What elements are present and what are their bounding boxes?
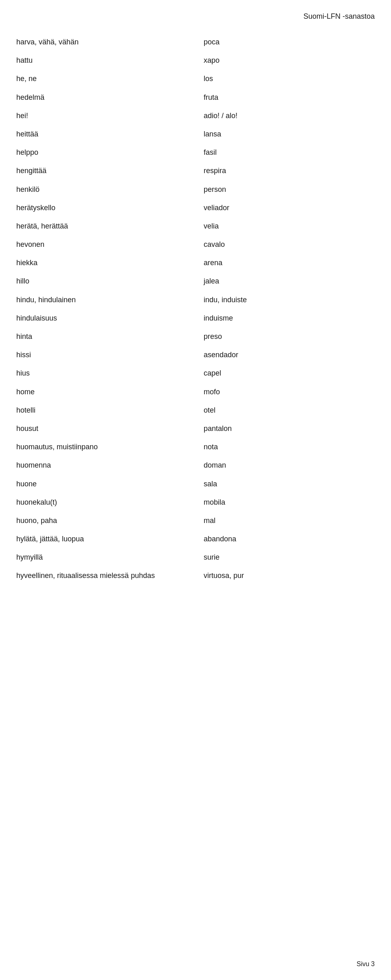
- table-row: hattuxapo: [16, 51, 375, 70]
- lfn-term: sala: [196, 475, 375, 493]
- finnish-term: hengittää: [16, 162, 196, 180]
- finnish-term: huono, paha: [16, 512, 196, 530]
- lfn-term: surie: [196, 548, 375, 567]
- table-row: huonesala: [16, 475, 375, 493]
- lfn-term: respira: [196, 162, 375, 180]
- lfn-term: doman: [196, 456, 375, 475]
- table-row: homemofo: [16, 383, 375, 401]
- lfn-term: lansa: [196, 125, 375, 143]
- lfn-term: capel: [196, 364, 375, 382]
- table-row: hiekkaarena: [16, 254, 375, 272]
- table-row: heittäälansa: [16, 125, 375, 143]
- finnish-term: heittää: [16, 125, 196, 143]
- lfn-term: poca: [196, 33, 375, 51]
- lfn-term: induisme: [196, 309, 375, 327]
- finnish-term: hillo: [16, 272, 196, 290]
- lfn-term: nota: [196, 438, 375, 456]
- lfn-term: preso: [196, 327, 375, 346]
- lfn-term: fasil: [196, 143, 375, 162]
- table-row: hindulaisuusinduisme: [16, 309, 375, 327]
- finnish-term: hylätä, jättää, luopua: [16, 530, 196, 548]
- finnish-term: hedelmä: [16, 88, 196, 107]
- lfn-term: los: [196, 70, 375, 88]
- finnish-term: hymyillä: [16, 548, 196, 567]
- finnish-term: harva, vähä, vähän: [16, 33, 196, 51]
- lfn-term: adio! / alo!: [196, 107, 375, 125]
- lfn-term: asendador: [196, 346, 375, 364]
- finnish-term: huonekalu(t): [16, 493, 196, 512]
- table-row: hevonencavalo: [16, 235, 375, 254]
- table-row: huomennadoman: [16, 456, 375, 475]
- finnish-term: hissi: [16, 346, 196, 364]
- finnish-term: hindu, hindulainen: [16, 291, 196, 309]
- table-row: hedelmäfruta: [16, 88, 375, 107]
- lfn-term: mofo: [196, 383, 375, 401]
- table-row: hindu, hindulainenindu, induiste: [16, 291, 375, 309]
- finnish-term: hattu: [16, 51, 196, 70]
- finnish-term: huone: [16, 475, 196, 493]
- table-row: hiuscapel: [16, 364, 375, 382]
- finnish-term: hevonen: [16, 235, 196, 254]
- table-row: hei!adio! / alo!: [16, 107, 375, 125]
- lfn-term: velia: [196, 217, 375, 235]
- lfn-term: fruta: [196, 88, 375, 107]
- table-row: hengittäärespira: [16, 162, 375, 180]
- table-row: hymyilläsurie: [16, 548, 375, 567]
- finnish-term: hinta: [16, 327, 196, 346]
- lfn-term: arena: [196, 254, 375, 272]
- table-row: henkilöperson: [16, 180, 375, 199]
- table-row: huomautus, muistiinpanonota: [16, 438, 375, 456]
- table-row: herätä, herättäävelia: [16, 217, 375, 235]
- finnish-term: helppo: [16, 143, 196, 162]
- table-row: harva, vähä, vähänpoca: [16, 33, 375, 51]
- table-row: huonekalu(t)mobila: [16, 493, 375, 512]
- lfn-term: veliador: [196, 199, 375, 217]
- vocabulary-table: harva, vähä, vähänpocahattuxapohe, nelos…: [16, 33, 375, 585]
- finnish-term: home: [16, 383, 196, 401]
- lfn-term: mal: [196, 512, 375, 530]
- finnish-term: housut: [16, 420, 196, 438]
- table-row: herätyskelloveliador: [16, 199, 375, 217]
- lfn-term: indu, induiste: [196, 291, 375, 309]
- lfn-term: xapo: [196, 51, 375, 70]
- table-row: hintapreso: [16, 327, 375, 346]
- page-footer: Sivu 3: [357, 960, 375, 968]
- finnish-term: herätyskello: [16, 199, 196, 217]
- finnish-term: hiekka: [16, 254, 196, 272]
- finnish-term: huomenna: [16, 456, 196, 475]
- table-row: hylätä, jättää, luopuaabandona: [16, 530, 375, 548]
- table-row: hotelliotel: [16, 401, 375, 420]
- table-row: hillojalea: [16, 272, 375, 290]
- lfn-term: jalea: [196, 272, 375, 290]
- page-title: Suomi-LFN -sanastoa: [16, 12, 375, 21]
- finnish-term: hindulaisuus: [16, 309, 196, 327]
- finnish-term: hotelli: [16, 401, 196, 420]
- table-row: hissiasendador: [16, 346, 375, 364]
- finnish-term: huomautus, muistiinpano: [16, 438, 196, 456]
- lfn-term: abandona: [196, 530, 375, 548]
- finnish-term: hei!: [16, 107, 196, 125]
- finnish-term: hius: [16, 364, 196, 382]
- lfn-term: otel: [196, 401, 375, 420]
- table-row: housutpantalon: [16, 420, 375, 438]
- finnish-term: he, ne: [16, 70, 196, 88]
- finnish-term: henkilö: [16, 180, 196, 199]
- finnish-term: hyveellinen, rituaalisessa mielessä puhd…: [16, 567, 196, 585]
- lfn-term: person: [196, 180, 375, 199]
- table-row: huono, pahamal: [16, 512, 375, 530]
- lfn-term: mobila: [196, 493, 375, 512]
- finnish-term: herätä, herättää: [16, 217, 196, 235]
- lfn-term: pantalon: [196, 420, 375, 438]
- table-row: hyveellinen, rituaalisessa mielessä puhd…: [16, 567, 375, 585]
- table-row: he, nelos: [16, 70, 375, 88]
- lfn-term: virtuosa, pur: [196, 567, 375, 585]
- table-row: helppofasil: [16, 143, 375, 162]
- lfn-term: cavalo: [196, 235, 375, 254]
